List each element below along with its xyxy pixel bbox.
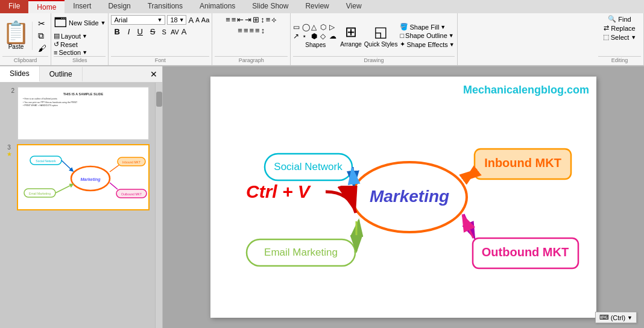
- tab-slides[interactable]: Slides: [0, 66, 40, 82]
- ctrl-popup[interactable]: ⌨ (Ctrl) ▼: [595, 312, 637, 323]
- font-size-input[interactable]: 18▼: [167, 15, 186, 25]
- text-direction-button[interactable]: ↕: [260, 15, 265, 25]
- italic-button[interactable]: I: [125, 27, 133, 37]
- select-button[interactable]: ⬚ Select ▼: [603, 33, 637, 41]
- cut-button[interactable]: ✂: [36, 18, 48, 29]
- slide-thumbnail-2[interactable]: THIS IS A SAMPLE SLIDE • Here is an outl…: [17, 86, 150, 140]
- sidebar-scrollbar[interactable]: [155, 83, 162, 328]
- tab-animations[interactable]: Animations: [191, 0, 244, 13]
- tab-design[interactable]: Design: [99, 0, 139, 13]
- svg-line-4: [62, 160, 72, 171]
- shadow-button[interactable]: S: [160, 28, 168, 36]
- shapes-button[interactable]: ▭ ◯ △ ⬡ ▷ ↗ ⋆ ⬢ ◇ ☁ Shapes: [293, 23, 338, 48]
- ctrl-label: (Ctrl): [611, 314, 625, 321]
- paste-button[interactable]: 📋 Paste: [2, 22, 33, 50]
- shape-outline-icon: □: [400, 32, 404, 39]
- sidebar-close-button[interactable]: ✕: [145, 67, 162, 81]
- tab-transitions[interactable]: Transitions: [139, 0, 191, 13]
- font-group-label: Font: [111, 56, 209, 63]
- numbering-button[interactable]: ≡: [232, 15, 236, 25]
- ctrl-v-label: Ctrl + V: [246, 181, 310, 202]
- arrange-button[interactable]: ⊞ Arrange: [340, 24, 362, 48]
- align-center-button[interactable]: ≡: [244, 26, 248, 35]
- slide-thumbnail-3[interactable]: Marketing Social Network Email Marketing: [17, 144, 150, 210]
- align-text-button[interactable]: ≡: [266, 15, 271, 25]
- slide2-content: • Here is an outline of bulleted points•…: [23, 98, 144, 108]
- svg-line-33: [464, 170, 476, 179]
- bold-button[interactable]: B: [111, 26, 122, 37]
- find-button[interactable]: 🔍 Find: [608, 15, 631, 23]
- align-left-button[interactable]: ≡: [238, 26, 242, 35]
- tab-home[interactable]: Home: [28, 0, 65, 13]
- drawing-group: ▭ ◯ △ ⬡ ▷ ↗ ⋆ ⬢ ◇ ☁ Shapes ⊞ Arrange ◱: [291, 13, 457, 65]
- replace-button[interactable]: ⇄ Replace: [604, 24, 635, 32]
- tab-file[interactable]: File: [0, 0, 28, 13]
- justify-button[interactable]: ≡: [255, 26, 260, 35]
- tab-slideshow[interactable]: Slide Show: [244, 0, 297, 13]
- font-color-button[interactable]: A: [182, 27, 187, 36]
- shape-icon-5: ▷: [329, 23, 338, 31]
- shape-effects-button[interactable]: ✦ Shape Effects ▼: [400, 40, 454, 48]
- columns-button[interactable]: ⊞: [253, 15, 259, 25]
- quick-styles-icon: ◱: [374, 24, 388, 41]
- tab-outline[interactable]: Outline: [40, 67, 83, 81]
- ctrl-v-arrow: [320, 186, 368, 224]
- strikethrough-button[interactable]: S: [148, 27, 158, 37]
- drawing-group-label: Drawing: [293, 56, 454, 63]
- shape-icon-3: △: [311, 23, 320, 31]
- find-icon: 🔍: [608, 15, 616, 23]
- shape-icon-1: ▭: [293, 23, 301, 31]
- clipboard-label: Clipboard: [2, 56, 48, 63]
- svg-text:Marketing: Marketing: [80, 177, 101, 182]
- svg-line-38: [462, 215, 473, 238]
- shape-icon-2: ◯: [302, 23, 311, 31]
- copy-button[interactable]: ⧉: [36, 30, 48, 42]
- svg-line-7: [55, 184, 72, 193]
- shape-outline-button[interactable]: □ Shape Outline ▼: [400, 32, 454, 39]
- svg-text:Social Network: Social Network: [36, 159, 56, 163]
- slides-list-container: 2 THIS IS A SAMPLE SLIDE • Here is an ou…: [0, 83, 162, 328]
- font-name-input[interactable]: Arial▼: [111, 15, 165, 25]
- smartart-button[interactable]: ⟡: [271, 15, 277, 25]
- star-icon: ★: [7, 151, 12, 157]
- slides-list[interactable]: 2 THIS IS A SAMPLE SLIDE • Here is an ou…: [0, 83, 155, 328]
- section-button[interactable]: ≡Section▼: [54, 49, 87, 56]
- underline-button[interactable]: U: [134, 27, 145, 37]
- red-arrow-svg: [320, 186, 368, 222]
- decrease-indent-button[interactable]: ⇤: [237, 15, 244, 25]
- tab-review[interactable]: Review: [297, 0, 337, 13]
- tab-view[interactable]: View: [338, 0, 370, 13]
- content-area: Ctrl + V Mechanicalengblog.com: [163, 66, 644, 328]
- paragraph-group: ≡ ≡ ⇤ ⇥ ⊞ ↕ ≡ ⟡ ≡ ≡ ≡ ≡ ↕ Paragraph: [212, 13, 291, 65]
- svg-text:Inbound MKT: Inbound MKT: [484, 156, 561, 169]
- svg-text:Outbound MKT: Outbound MKT: [121, 192, 142, 196]
- slide-number-3: 3: [7, 144, 11, 151]
- spacing-button[interactable]: AV: [171, 28, 179, 36]
- new-slide-button[interactable]: 🗔 New Slide ▼: [54, 15, 106, 31]
- clear-format-button[interactable]: Aa: [201, 16, 209, 24]
- font-grow-button[interactable]: A: [188, 16, 194, 25]
- font-shrink-button[interactable]: A: [195, 17, 200, 24]
- layout-button[interactable]: ▤Layout▼: [54, 32, 87, 40]
- sidebar: Slides Outline ✕ 2 THIS IS A SAMPLE SLID…: [0, 66, 163, 328]
- align-right-button[interactable]: ≡: [250, 26, 254, 35]
- sidebar-tab-bar: Slides Outline ✕: [0, 66, 162, 83]
- reset-button[interactable]: ↺Reset: [54, 40, 87, 48]
- shape-fill-button[interactable]: 🪣 Shape Fill ▼: [400, 23, 454, 31]
- svg-line-37: [464, 214, 475, 238]
- increase-indent-button[interactable]: ⇥: [245, 15, 251, 25]
- format-painter-button[interactable]: 🖌: [36, 43, 48, 54]
- paragraph-group-label: Paragraph: [215, 56, 288, 63]
- replace-icon: ⇄: [604, 24, 609, 32]
- shape-icon-8: ⬢: [311, 32, 320, 40]
- line-spacing-button[interactable]: ↕: [261, 26, 265, 35]
- slides-group: 🗔 New Slide ▼ ▤Layout▼ ↺Reset ≡Section▼ …: [51, 13, 109, 65]
- quick-styles-button[interactable]: ◱ Quick Styles: [364, 24, 398, 48]
- tab-insert[interactable]: Insert: [65, 0, 99, 13]
- editing-group-label: Editing: [598, 56, 641, 63]
- shape-icon-4: ⬡: [320, 23, 329, 31]
- slide-item-3: 3 ★ Marketing Social Network: [4, 144, 151, 210]
- paste-label: Paste: [8, 43, 24, 50]
- bullets-button[interactable]: ≡: [226, 15, 230, 25]
- shape-icon-7: ⋆: [302, 32, 311, 40]
